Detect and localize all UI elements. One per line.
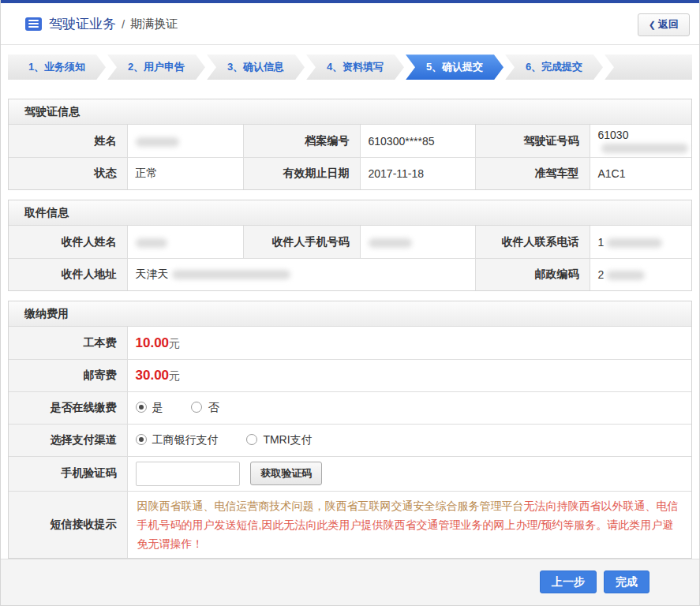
radio-unselected-icon[interactable] [246,434,257,445]
table-row: 姓名 档案编号 610300****85 驾驶证号码 61030 [9,125,691,157]
sms-code-label: 手机验证码 [9,456,127,491]
license-info-table: 姓名 档案编号 610300****85 驾驶证号码 61030 状态 正常 有… [9,125,691,189]
sms-notice-text-part1: 因陕西省联通、电信运营商技术问题，陕西省互联网交通安全综合服务管理平台 [137,499,524,512]
redacted-value [136,238,167,248]
step-2-user-declaration: 2、用户申告 [107,54,205,80]
production-fee-unit: 元 [169,337,180,350]
finish-button[interactable]: 完成 [604,570,649,593]
back-button[interactable]: ❮返回 [638,13,690,36]
footer-action-bar: 上一步 完成 [1,559,699,605]
chevron-left-icon: ❮ [649,20,656,29]
redacted-value [369,238,412,248]
step-6-complete-submit: 6、完成提交 [505,54,603,80]
step-4-fill-data: 4、资料填写 [306,54,404,80]
back-button-label: 返回 [658,18,679,30]
file-no-value: 610300****85 [360,125,475,157]
step-5-confirm-submit-active: 5、确认提交 [406,54,503,80]
status-label: 状态 [9,157,127,189]
recipient-mobile-value [360,226,475,258]
table-row: 收件人地址 天津天 邮政编码 2 [9,258,691,290]
page-header: 驾驶证业务 / 期满换证 ❮返回 [1,3,699,45]
production-fee-amount: 10.00 [136,335,170,350]
license-info-section-title: 驾驶证信息 [9,99,691,125]
table-row: 短信接收提示 因陕西省联通、电信运营商技术问题，陕西省互联网交通安全综合服务管理… [9,491,691,558]
recipient-address-value: 天津天 [127,258,475,290]
license-renewal-page: 驾驶证业务 / 期满换证 ❮返回 1、业务须知 2、用户申告 3、确认信息 4、… [0,0,700,606]
pickup-info-section: 取件信息 收件人姓名 收件人手机号码 收件人联系电话 1 收件人地址 天津天 邮… [8,200,692,291]
fees-section-title: 缴纳费用 [9,301,691,327]
step-nav: 1、业务须知 2、用户申告 3、确认信息 4、资料填写 5、确认提交 6、完成提… [8,54,692,80]
get-sms-code-button[interactable]: 获取验证码 [250,462,322,485]
step-3-confirm-info: 3、确认信息 [207,54,305,80]
valid-until-label: 有效期止日期 [243,157,360,189]
table-row: 邮寄费 30.00元 [9,359,691,391]
table-row: 选择支付渠道 工商银行支付 TMRI支付 [9,424,691,456]
redacted-value [607,271,645,280]
postal-code-label: 邮政编码 [475,258,590,290]
name-label: 姓名 [9,125,127,157]
redacted-value [136,137,179,147]
radio-unselected-icon[interactable] [191,402,202,413]
vehicle-class-label: 准驾车型 [475,157,590,189]
online-payment-options: 是 否 [127,391,691,424]
postage-fee-unit: 元 [169,369,180,382]
fees-table: 工本费 10.00元 邮寄费 30.00元 是否在线缴费 是 否 选择支付渠道 … [9,327,691,558]
license-info-section: 驾驶证信息 姓名 档案编号 610300****85 驾驶证号码 61030 状… [8,99,692,190]
radio-option-yes[interactable]: 是 [136,401,163,413]
table-row: 是否在线缴费 是 否 [9,391,691,424]
table-row: 手机验证码 获取验证码 [9,456,691,491]
list-icon [25,17,42,31]
table-row: 工本费 10.00元 [9,327,691,359]
recipient-name-label: 收件人姓名 [9,226,127,258]
previous-step-button[interactable]: 上一步 [540,570,597,593]
step-nav-filler [605,54,692,80]
breadcrumb-current: 期满换证 [130,17,178,32]
fees-section: 缴纳费用 工本费 10.00元 邮寄费 30.00元 是否在线缴费 是 否 选择… [8,301,692,559]
step-1-business-notice: 1、业务须知 [8,54,106,80]
recipient-mobile-label: 收件人手机号码 [243,226,360,258]
redacted-value [601,144,688,153]
postage-fee-label: 邮寄费 [9,359,127,391]
name-value [127,125,243,157]
breadcrumb-separator: / [122,17,125,31]
sms-notice-label: 短信接收提示 [9,491,127,558]
redacted-value [172,270,290,279]
postage-fee-amount: 30.00 [136,368,170,383]
license-no-label: 驾驶证号码 [475,125,590,157]
production-fee-label: 工本费 [9,327,127,359]
pickup-info-section-title: 取件信息 [9,200,691,226]
radio-option-tmri-pay[interactable]: TMRI支付 [246,433,312,446]
payment-channel-options: 工商银行支付 TMRI支付 [127,424,691,456]
online-payment-label: 是否在线缴费 [9,391,127,424]
payment-channel-label: 选择支付渠道 [9,424,127,456]
sms-code-cell: 获取验证码 [127,456,691,491]
license-no-value: 61030 [590,125,691,157]
recipient-phone-value: 1 [590,226,691,258]
sms-notice-text: 因陕西省联通、电信运营商技术问题，陕西省互联网交通安全综合服务管理平台无法向持陕… [127,491,691,558]
page-title: 驾驶证业务 [49,15,116,33]
redacted-value [607,238,662,248]
table-row: 状态 正常 有效期止日期 2017-11-18 准驾车型 A1C1 [9,157,691,189]
vehicle-class-value: A1C1 [590,157,691,189]
sms-code-input[interactable] [136,462,240,486]
pickup-info-table: 收件人姓名 收件人手机号码 收件人联系电话 1 收件人地址 天津天 邮政编码 2 [9,226,691,290]
valid-until-value: 2017-11-18 [360,157,475,189]
radio-option-no[interactable]: 否 [191,401,219,413]
postal-code-value: 2 [590,258,691,290]
recipient-name-value [127,226,243,258]
file-no-label: 档案编号 [243,125,360,157]
radio-selected-icon[interactable] [136,402,147,413]
radio-selected-icon[interactable] [136,434,147,445]
recipient-address-label: 收件人地址 [9,258,127,290]
radio-option-icbc-pay[interactable]: 工商银行支付 [136,433,219,446]
table-row: 收件人姓名 收件人手机号码 收件人联系电话 1 [9,226,691,258]
recipient-phone-label: 收件人联系电话 [475,226,590,258]
status-value: 正常 [127,157,243,189]
postage-fee-value: 30.00元 [127,359,691,391]
production-fee-value: 10.00元 [127,327,691,359]
